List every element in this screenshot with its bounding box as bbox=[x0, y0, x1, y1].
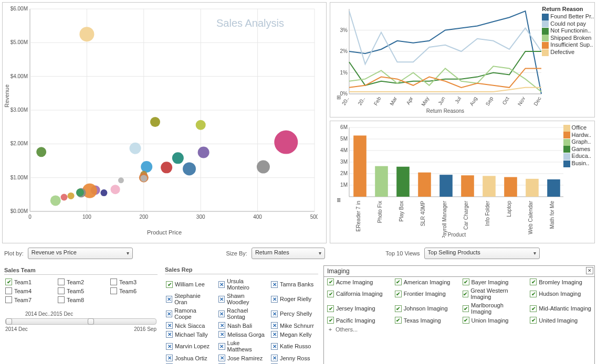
scatter-chart[interactable]: Sales Analysis 0100200300400500$0.00M$1.… bbox=[2, 2, 327, 243]
checkbox-item[interactable]: ✔Team8 bbox=[57, 296, 105, 304]
checkbox-item[interactable]: ✔Team3 bbox=[109, 278, 158, 286]
checkbox-item[interactable]: ✔Bayer Imaging bbox=[462, 278, 525, 286]
svg-text:5M: 5M bbox=[340, 136, 348, 142]
checkbox-item[interactable]: ✔Hudson Imaging bbox=[529, 287, 592, 301]
sales-team-title: Sales Team bbox=[4, 267, 158, 275]
checkbox-item[interactable]: ✔Bromley Imaging bbox=[529, 278, 592, 286]
checkbox-item[interactable]: ✕Ursula Monteiro bbox=[217, 277, 266, 291]
return-reasons-chart[interactable]: 0%1%2%3%⊞20..20..FebMarAprMayJunJulAugSe… bbox=[330, 2, 595, 117]
chart-title: Sales Analysis bbox=[216, 17, 284, 29]
checkbox-item[interactable]: ✔Team7 bbox=[4, 296, 53, 304]
legend-item[interactable]: Insufficient Sup.. bbox=[542, 41, 594, 49]
checkbox-item[interactable]: ✔Team6 bbox=[109, 287, 158, 295]
checkbox-item[interactable]: ✕Luke Matthews bbox=[217, 339, 266, 353]
svg-rect-99 bbox=[439, 175, 453, 197]
svg-rect-95 bbox=[396, 167, 410, 197]
svg-text:Dec: Dec bbox=[532, 96, 542, 107]
checkbox-item[interactable]: ✕Marvin Lopez bbox=[165, 339, 213, 353]
svg-text:May: May bbox=[420, 96, 430, 108]
checkbox-item[interactable]: ✔California Imaging bbox=[326, 287, 390, 301]
checkbox-item[interactable]: ✔Texas Imaging bbox=[394, 316, 457, 324]
checkbox-item[interactable]: ✔Mid-Atlantic Imaging bbox=[529, 302, 592, 315]
sizeby-select[interactable]: Return Rates bbox=[252, 248, 325, 259]
checkbox-item[interactable]: ✕Katie Russo bbox=[270, 339, 318, 353]
date-range-slider[interactable]: 2014 Dec..2015 Dec 2014 Dec 2016 Sep bbox=[5, 318, 156, 339]
legend-item[interactable]: Educa.. bbox=[563, 153, 594, 160]
svg-point-34 bbox=[183, 162, 196, 175]
checkbox-item[interactable]: ✔Frontier Imaging bbox=[394, 287, 457, 301]
checkbox-item[interactable]: ✕Michael Tally bbox=[165, 330, 213, 338]
checkbox-item[interactable]: ✕Nash Bali bbox=[217, 322, 266, 329]
company-search-input[interactable]: Imaging bbox=[324, 266, 594, 277]
checkbox-item[interactable]: ✔Team4 bbox=[4, 287, 53, 295]
svg-point-50 bbox=[118, 177, 124, 183]
plotby-select[interactable]: Revenue vs Price bbox=[28, 248, 133, 259]
checkbox-item[interactable]: ✔Team2 bbox=[57, 278, 105, 286]
legend-item[interactable]: Hardw.. bbox=[563, 132, 594, 139]
legend-item[interactable]: Busin.. bbox=[563, 160, 594, 167]
top-products-chart[interactable]: 1M2M3M4M5M6M≣EReader 7 inPhoto FixPlay B… bbox=[330, 121, 595, 243]
checkbox-item[interactable]: ✕Stephanie Oran bbox=[165, 292, 213, 306]
svg-text:200: 200 bbox=[139, 214, 148, 220]
plus-icon: + bbox=[327, 326, 333, 333]
checkbox-item[interactable]: ✕Rachael Sontag bbox=[217, 307, 266, 320]
svg-text:Product: Product bbox=[448, 232, 466, 238]
legend-item[interactable]: Not Functionin.. bbox=[542, 27, 594, 35]
checkbox-item[interactable]: ✕Jose Ramirez bbox=[217, 354, 266, 362]
svg-point-35 bbox=[161, 162, 172, 173]
x-axis-label: Product Price bbox=[8, 229, 321, 235]
checkbox-item[interactable]: ✔Marlborough Imaging bbox=[462, 302, 525, 315]
others-expand[interactable]: + Others... bbox=[324, 325, 594, 334]
legend-item[interactable]: Found Better Pr.. bbox=[542, 13, 594, 20]
checkbox-item[interactable]: ✕Tamra Banks bbox=[270, 277, 318, 291]
checkbox-item[interactable]: ✔Jersey Imaging bbox=[326, 302, 390, 315]
svg-text:2M: 2M bbox=[340, 170, 348, 176]
svg-text:Car Charger: Car Charger bbox=[463, 200, 469, 230]
checkbox-item[interactable]: ✔Team1 bbox=[4, 278, 53, 286]
svg-text:$3.00M: $3.00M bbox=[11, 107, 28, 113]
checkbox-item[interactable]: ✕Roger Rielly bbox=[270, 292, 318, 306]
svg-text:Return Reasons: Return Reasons bbox=[426, 108, 464, 114]
checkbox-item[interactable]: ✔Johnson Imaging bbox=[394, 302, 457, 315]
checkbox-item[interactable]: ✔American Imaging bbox=[394, 278, 457, 286]
checkbox-item[interactable]: ✕Megan Kelly bbox=[270, 330, 318, 338]
legend-item[interactable]: Office bbox=[563, 124, 594, 132]
legend-item[interactable]: Shipped Broken bbox=[542, 35, 594, 42]
topviews-label: Top 10 Views bbox=[385, 250, 420, 256]
svg-text:Photo Fix: Photo Fix bbox=[377, 201, 383, 223]
svg-text:Aug: Aug bbox=[468, 96, 478, 107]
svg-text:$1.00M: $1.00M bbox=[11, 175, 28, 180]
svg-text:Web Calendar: Web Calendar bbox=[528, 200, 533, 234]
checkbox-item[interactable]: ✔United Imaging bbox=[529, 316, 592, 324]
svg-rect-103 bbox=[483, 176, 496, 197]
checkbox-item[interactable]: ✕Ramona Coope bbox=[165, 307, 213, 320]
checkbox-item[interactable]: ✕Mike Schnurr bbox=[270, 322, 318, 329]
svg-point-41 bbox=[100, 189, 107, 196]
topviews-select[interactable]: Top Selling Products bbox=[424, 248, 540, 259]
checkbox-item[interactable]: ✔Team5 bbox=[57, 287, 105, 295]
checkbox-item[interactable]: ✕Jenny Ross bbox=[270, 354, 318, 362]
svg-text:Sep: Sep bbox=[485, 95, 495, 106]
checkbox-item[interactable]: ✕Percy Shelly bbox=[270, 307, 318, 320]
checkbox-item[interactable]: ✔William Lee bbox=[165, 277, 213, 291]
slider-handle-end[interactable] bbox=[88, 318, 94, 325]
svg-rect-91 bbox=[353, 135, 366, 197]
checkbox-item[interactable]: ✔Acme Imaging bbox=[326, 278, 390, 286]
checkbox-item[interactable]: ✕Nick Siacca bbox=[165, 322, 213, 329]
svg-text:SLR 40MP: SLR 40MP bbox=[420, 201, 426, 227]
svg-point-40 bbox=[111, 185, 120, 194]
svg-point-31 bbox=[130, 143, 141, 154]
svg-text:3%: 3% bbox=[340, 27, 348, 33]
checkbox-item[interactable]: ✕Melissa Gorga bbox=[217, 330, 266, 338]
checkbox-item[interactable]: ✕Joshua Ortiz bbox=[165, 354, 213, 362]
checkbox-item[interactable]: ✔Pacific Imaging bbox=[326, 316, 390, 324]
checkbox-item[interactable]: ✔Great Western Imaging bbox=[462, 287, 525, 301]
legend-item[interactable]: Graph.. bbox=[563, 138, 594, 146]
close-icon[interactable]: ✕ bbox=[586, 267, 593, 274]
slider-handle-start[interactable] bbox=[6, 318, 12, 325]
legend-item[interactable]: Could not pay bbox=[542, 20, 594, 28]
checkbox-item[interactable]: ✕Shawn Woodley bbox=[217, 292, 266, 306]
legend-item[interactable]: Games bbox=[563, 146, 594, 153]
checkbox-item[interactable]: ✔Union Imaging bbox=[462, 316, 525, 324]
legend-item[interactable]: Defective bbox=[542, 49, 594, 56]
